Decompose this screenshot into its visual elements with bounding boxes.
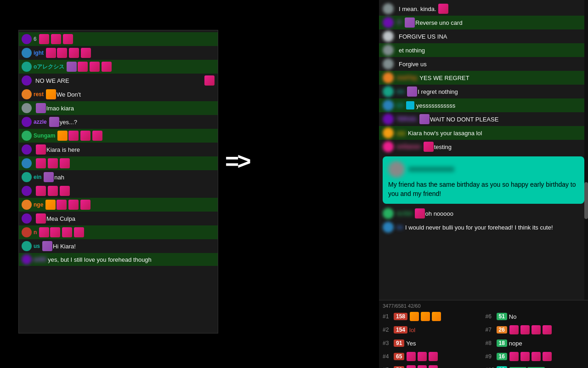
stat-row: #2 154 lol	[383, 324, 482, 336]
emoji-icon	[68, 200, 79, 210]
stat-label: No	[509, 313, 517, 320]
table-row: TER101 WAIT NO DONT PLEASE	[379, 112, 588, 126]
username: nnelYay	[396, 75, 417, 81]
score-badge: 16	[497, 353, 507, 360]
emoji-icon	[60, 158, 70, 168]
stats-content: #1 158 #2 154 lol #3 91 Yes #4 65	[383, 310, 584, 368]
emoji-icon	[509, 325, 519, 334]
avatar	[22, 254, 32, 264]
username: oアレクシス	[34, 63, 64, 71]
avatar	[383, 100, 394, 111]
table-row: azzle yes...?	[19, 115, 218, 129]
avatar	[383, 72, 394, 83]
username: テ	[396, 19, 402, 27]
table-row: Sungam	[19, 129, 218, 143]
emoji-icon	[407, 365, 416, 368]
emoji-icon	[543, 325, 552, 334]
scrollbar[interactable]	[584, 0, 588, 304]
emoji-strip	[56, 199, 91, 210]
emoji-strip	[35, 185, 70, 196]
username: azzle	[34, 119, 47, 125]
highlighted-message-bubble: My friend has the same birthday as you s…	[383, 156, 584, 204]
table-row: テ Reverse uno card	[379, 16, 588, 29]
avatar	[22, 144, 32, 155]
scrollbar-thumb[interactable]	[584, 182, 588, 219]
table-row: ight	[19, 46, 218, 60]
table-row: onGanon testing	[379, 140, 588, 154]
chat-text: yes, but I still love you forehead thoug…	[48, 256, 215, 263]
emoji-icon	[46, 48, 56, 58]
left-chat-panel: 6 ight oアレクシス	[18, 30, 218, 334]
score-badge: 18	[497, 339, 507, 347]
stats-left: #1 158 #2 154 lol #3 91 Yes #4 65	[383, 310, 482, 368]
avatar	[22, 200, 32, 210]
emoji-icon	[438, 4, 448, 14]
table-row: ein nah	[19, 170, 218, 184]
emoji-icon	[531, 325, 541, 334]
stat-row: #4 65	[383, 351, 482, 362]
emoji-icon	[74, 227, 84, 237]
avatar	[22, 131, 32, 141]
emoji-icon	[92, 131, 102, 141]
chat-text: Kiara how's your lasagna lol	[408, 130, 482, 137]
emoji-strip	[68, 130, 103, 141]
table-row: nge	[19, 198, 218, 212]
username: us	[34, 243, 40, 249]
avatar	[22, 158, 32, 168]
emoji-icon	[415, 208, 425, 218]
emoji-icon	[46, 89, 56, 99]
avatar	[22, 186, 32, 196]
table-row: FORGIVE US INA	[379, 29, 588, 43]
avatar	[383, 3, 394, 14]
avatar	[383, 114, 394, 125]
stat-row: #10 13 INAFF INAFF	[486, 364, 585, 368]
username: an94	[34, 256, 46, 263]
avatar	[22, 117, 32, 127]
avatar	[22, 62, 32, 72]
username: TER101	[396, 116, 417, 122]
emoji-icon	[80, 131, 90, 141]
emoji-icon	[50, 227, 60, 237]
table-row: an94 yes, but I still love you forehead …	[19, 253, 218, 266]
table-row: us Hi Kiara!	[19, 239, 218, 253]
emoji-icon	[204, 75, 215, 86]
stat-row: #7 26	[486, 324, 585, 336]
emoji-icon	[36, 144, 46, 155]
avatar	[22, 34, 32, 44]
chat-text: Hi Kiara!	[53, 243, 215, 250]
avatar	[22, 89, 32, 99]
emoji-icon	[68, 131, 79, 141]
avatar	[383, 17, 394, 28]
emoji-strip	[509, 351, 552, 362]
emoji-icon	[418, 365, 427, 368]
emoji-icon	[407, 86, 417, 97]
emoji-strip	[57, 47, 91, 58]
emoji-icon	[102, 62, 112, 72]
emoji-icon	[36, 158, 46, 168]
stat-row: #9 16	[486, 351, 585, 362]
rank-label: #8	[486, 340, 495, 346]
chat-text: We Don't	[57, 91, 215, 98]
rank-label: #2	[383, 327, 392, 333]
stat-row: #3 91 Yes	[383, 337, 482, 349]
emoji-strip	[50, 227, 85, 238]
rank-label: #1	[383, 313, 392, 320]
score-badge: 26	[497, 326, 507, 334]
emoji-icon	[429, 365, 438, 368]
emoji-icon	[48, 158, 58, 168]
stat-label: lol	[409, 327, 415, 334]
stat-row: #1 158	[383, 310, 482, 322]
score-badge: 13	[497, 366, 507, 368]
table-row: rest We Don't	[19, 87, 218, 101]
emoji-icon	[57, 200, 67, 210]
avatar	[383, 222, 394, 233]
username: ms	[396, 88, 404, 95]
chat-text: Forgive us	[399, 61, 427, 68]
score-badge: 51	[497, 313, 507, 320]
emoji-strip	[406, 351, 438, 362]
chat-text: Reverse uno card	[415, 19, 463, 26]
emoji-icon	[39, 34, 49, 44]
emoji-icon	[410, 312, 419, 321]
emoji-icon	[44, 172, 54, 182]
emoji-icon	[39, 227, 49, 237]
